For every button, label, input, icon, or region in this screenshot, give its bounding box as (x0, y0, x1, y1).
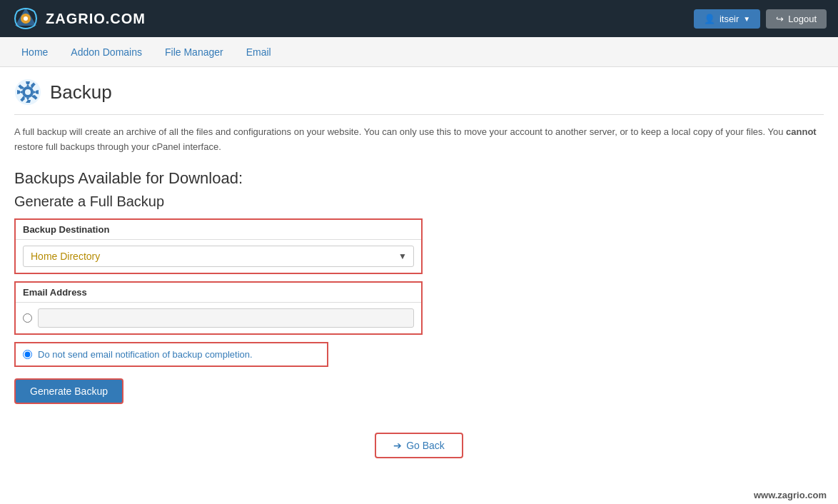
logo-icon (11, 4, 40, 33)
backup-destination-select[interactable]: Home Directory Remote FTP Server Remote … (23, 246, 414, 267)
nav-home[interactable]: Home (11, 39, 58, 65)
email-input[interactable] (38, 308, 414, 328)
backup-dest-body: Home Directory Remote FTP Server Remote … (16, 240, 421, 273)
logout-label: Logout (788, 14, 817, 24)
svg-point-5 (25, 89, 31, 95)
main-content: Backup A full backup will create an arch… (0, 67, 838, 484)
page-title-row: Backup (14, 79, 824, 106)
svg-point-2 (24, 16, 28, 21)
select-wrapper: Home Directory Remote FTP Server Remote … (23, 246, 414, 267)
generate-backup-button[interactable]: Generate Backup (14, 378, 123, 404)
no-email-body: Do not send email notification of backup… (16, 343, 327, 366)
go-back-row: ➔ Go Back (14, 433, 824, 458)
no-email-radio[interactable] (23, 350, 32, 359)
backup-dest-label: Backup Destination (16, 220, 421, 240)
nav-addon-domains[interactable]: Addon Domains (61, 39, 152, 65)
logo-text: ZAGRIO.COM (46, 11, 146, 27)
email-address-section: Email Address (14, 281, 423, 335)
go-back-label: Go Back (406, 440, 445, 451)
title-divider (14, 114, 824, 115)
nav-bar: Home Addon Domains File Manager Email (0, 37, 838, 67)
email-body (16, 303, 421, 333)
logout-icon: ↪ (776, 14, 784, 24)
header: ZAGRIO.COM 👤 itseir ▼ ↪ Logout (0, 0, 838, 37)
page-title: Backup (50, 81, 112, 104)
desc-part2: restore full backups through your cPanel… (14, 141, 221, 152)
header-actions: 👤 itseir ▼ ↪ Logout (694, 9, 827, 29)
backups-available-title: Backups Available for Download: (14, 169, 824, 188)
logout-button[interactable]: ↪ Logout (766, 9, 827, 29)
no-email-section: Do not send email notification of backup… (14, 342, 328, 367)
no-email-text: Do not send email notification of backup… (38, 349, 253, 360)
go-back-icon: ➔ (393, 440, 402, 451)
desc-cannot: cannot (786, 126, 817, 137)
footer-text: www.zagrio.com (754, 490, 827, 500)
user-menu-button[interactable]: 👤 itseir ▼ (694, 9, 760, 29)
page-description: A full backup will create an archive of … (14, 125, 824, 155)
desc-part1: A full backup will create an archive of … (14, 126, 786, 137)
email-label: Email Address (16, 283, 421, 303)
email-radio[interactable] (23, 313, 32, 323)
username-label: itseir (720, 14, 739, 24)
generate-title: Generate a Full Backup (14, 193, 824, 210)
backup-destination-section: Backup Destination Home Directory Remote… (14, 218, 423, 274)
footer: www.zagrio.com (0, 484, 838, 504)
user-icon: 👤 (704, 14, 715, 24)
gear-icon (14, 79, 41, 106)
logo: ZAGRIO.COM (11, 4, 146, 33)
nav-file-manager[interactable]: File Manager (155, 39, 233, 65)
go-back-button[interactable]: ➔ Go Back (375, 433, 463, 458)
nav-email[interactable]: Email (236, 39, 281, 65)
caret-icon: ▼ (743, 15, 750, 23)
